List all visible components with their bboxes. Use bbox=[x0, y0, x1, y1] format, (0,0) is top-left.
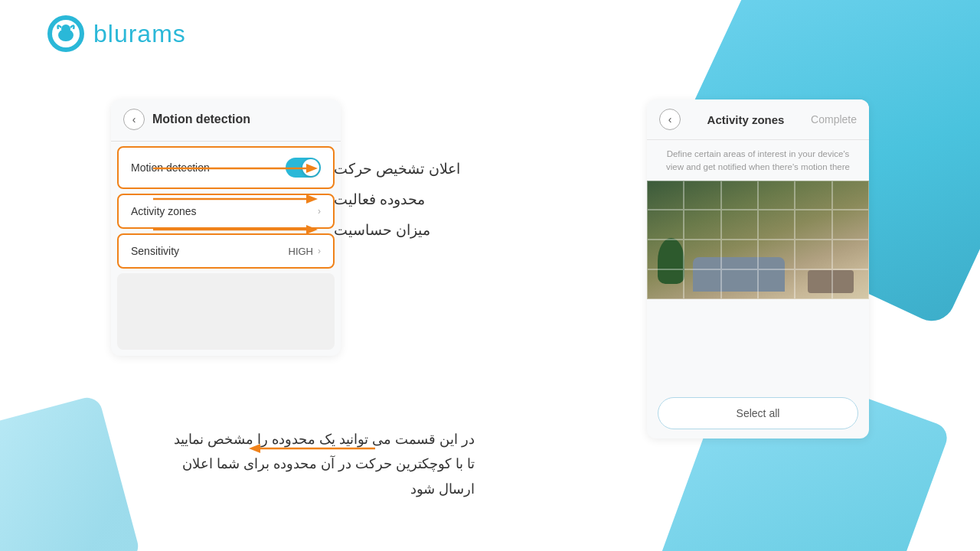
grid-cell-21[interactable] bbox=[721, 269, 758, 299]
grid-cell-5[interactable] bbox=[795, 181, 831, 210]
grid-cell-4[interactable] bbox=[758, 181, 795, 210]
activity-zones-title: Activity zones bbox=[687, 113, 805, 126]
grid-cell-23[interactable] bbox=[795, 269, 831, 299]
arrow3-svg bbox=[153, 220, 329, 239]
grid-cell-22[interactable] bbox=[758, 269, 795, 299]
grid-cell-20[interactable] bbox=[684, 269, 720, 299]
grid-cell-3[interactable] bbox=[721, 181, 758, 210]
grid-cell-17[interactable] bbox=[795, 240, 831, 269]
grid-cell-14[interactable] bbox=[684, 240, 720, 269]
annotation-text-1: اعلان تشخیص حرکت bbox=[334, 160, 460, 178]
header: blurams bbox=[0, 0, 980, 67]
svg-marker-9 bbox=[306, 225, 318, 234]
grid-cell-18[interactable] bbox=[832, 240, 869, 269]
svg-point-3 bbox=[61, 24, 70, 34]
activity-back-button[interactable]: ‹ bbox=[659, 109, 681, 130]
motion-back-button[interactable]: ‹ bbox=[123, 109, 145, 130]
grid-cell-16[interactable] bbox=[758, 240, 795, 269]
svg-marker-7 bbox=[306, 194, 318, 204]
motion-panel-title: Motion detection bbox=[152, 112, 250, 126]
activity-header: ‹ Activity zones Complete bbox=[647, 99, 869, 140]
svg-marker-11 bbox=[249, 444, 260, 453]
activity-zone-grid[interactable] bbox=[647, 181, 869, 299]
arrow2-svg bbox=[153, 190, 329, 208]
grid-cell-15[interactable] bbox=[721, 240, 758, 269]
bottom-text-3: ارسال شود bbox=[174, 477, 475, 501]
activity-description: Define certain areas of interest in your… bbox=[647, 140, 869, 181]
grid-cell-12[interactable] bbox=[832, 210, 869, 240]
grid-cell-2[interactable] bbox=[684, 181, 720, 210]
annotation-activity-zones: محدوده فعالیت bbox=[153, 190, 425, 208]
annotation-motion-detection: اعلان تشخیص حرکت bbox=[153, 159, 460, 178]
camera-preview bbox=[647, 181, 869, 299]
panel-divider-1 bbox=[111, 141, 341, 142]
grid-cell-11[interactable] bbox=[795, 210, 831, 240]
grid-cell-6[interactable] bbox=[832, 181, 869, 210]
grid-cell-8[interactable] bbox=[684, 210, 720, 240]
annotation-text-2: محدوده فعالیت bbox=[334, 191, 425, 208]
complete-label: Complete bbox=[811, 113, 857, 126]
sensitivity-value: HIGH bbox=[289, 246, 314, 257]
motion-panel-header: ‹ Motion detection bbox=[111, 99, 341, 141]
sensitivity-chevron-icon: › bbox=[318, 246, 321, 256]
grid-cell-10[interactable] bbox=[758, 210, 795, 240]
grid-cell-1[interactable] bbox=[647, 181, 684, 210]
grid-cell-19[interactable] bbox=[647, 269, 684, 299]
logo-icon bbox=[46, 14, 86, 54]
select-all-button[interactable]: Select all bbox=[658, 397, 858, 429]
grid-cell-9[interactable] bbox=[721, 210, 758, 240]
grid-cell-13[interactable] bbox=[647, 240, 684, 269]
bottom-arrow-svg bbox=[245, 437, 383, 460]
activity-empty-space bbox=[647, 299, 869, 391]
logo: blurams bbox=[46, 14, 934, 54]
activity-zones-card: ‹ Activity zones Complete Define certain… bbox=[647, 99, 869, 439]
arrow1-svg bbox=[153, 159, 329, 178]
main-content: ‹ Motion detection Motion detection Acti… bbox=[0, 77, 980, 551]
bottom-arrow bbox=[245, 437, 383, 463]
logo-text: blurams bbox=[93, 20, 186, 48]
svg-marker-5 bbox=[306, 164, 318, 173]
annotation-sensitivity: میزان حساسیت bbox=[153, 220, 430, 239]
sensitivity-right: HIGH › bbox=[289, 246, 322, 257]
right-panel-spacer: ‹ Activity zones Complete Define certain… bbox=[647, 99, 869, 439]
sensitivity-label: Sensitivity bbox=[131, 245, 179, 257]
grid-cell-24[interactable] bbox=[832, 269, 869, 299]
grid-cell-7[interactable] bbox=[647, 210, 684, 240]
annotation-text-3: میزان حساسیت bbox=[334, 221, 430, 239]
panel-empty-area bbox=[117, 273, 335, 350]
